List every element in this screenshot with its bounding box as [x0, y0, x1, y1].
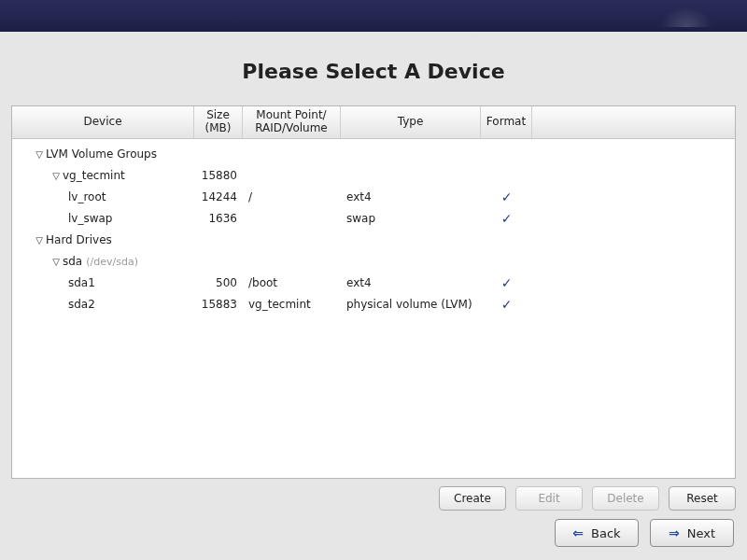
- page-title: Please Select A Device: [0, 32, 747, 105]
- back-button[interactable]: ⇐ Back: [555, 519, 639, 547]
- device-label: lv_swap: [68, 212, 112, 225]
- col-size[interactable]: Size (MB): [194, 106, 243, 138]
- size-cell: 15880: [194, 169, 243, 182]
- reset-button[interactable]: Reset: [669, 486, 736, 511]
- col-type[interactable]: Type: [341, 106, 481, 138]
- type-cell: ext4: [341, 276, 481, 289]
- device-label: vg_tecmint: [63, 169, 125, 182]
- mount-cell: vg_tecmint: [243, 298, 341, 311]
- action-buttons: Create Edit Delete Reset: [0, 479, 747, 511]
- device-label: sda1: [68, 276, 95, 289]
- col-mount[interactable]: Mount Point/ RAID/Volume: [243, 106, 341, 138]
- device-note: (/dev/sda): [86, 256, 138, 268]
- check-icon: ✓: [501, 211, 513, 226]
- mount-cell: /: [243, 190, 341, 203]
- col-device[interactable]: Device: [12, 106, 194, 138]
- edit-button: Edit: [515, 486, 583, 511]
- size-cell: 15883: [194, 298, 243, 311]
- check-icon: ✓: [501, 189, 513, 204]
- table-row[interactable]: ▽Hard Drives: [12, 229, 735, 250]
- arrow-right-icon: ⇒: [669, 525, 680, 540]
- arrow-left-icon: ⇐: [572, 525, 584, 540]
- table-row[interactable]: sda215883vg_tecmintphysical volume (LVM)…: [12, 293, 735, 315]
- table-row[interactable]: ▽sda(/dev/sda): [12, 250, 735, 272]
- format-cell: ✓: [481, 275, 532, 290]
- size-cell: 500: [194, 276, 243, 289]
- type-cell: physical volume (LVM): [341, 298, 481, 311]
- check-icon: ✓: [501, 297, 513, 312]
- device-label: sda2: [68, 298, 95, 311]
- next-button[interactable]: ⇒ Next: [650, 519, 734, 547]
- table-body[interactable]: ▽LVM Volume Groups▽vg_tecmint15880lv_roo…: [12, 139, 735, 478]
- window-titlebar: [0, 0, 747, 32]
- device-label: LVM Volume Groups: [46, 147, 157, 161]
- chevron-down-icon[interactable]: ▽: [35, 235, 44, 245]
- next-label: Next: [687, 526, 715, 540]
- chevron-down-icon[interactable]: ▽: [51, 171, 61, 181]
- back-label: Back: [591, 526, 621, 540]
- create-button[interactable]: Create: [439, 486, 506, 511]
- mount-cell: /boot: [243, 276, 341, 289]
- size-cell: 14244: [194, 190, 243, 203]
- table-row[interactable]: sda1500/bootext4✓: [12, 272, 735, 293]
- device-label: Hard Drives: [46, 233, 112, 246]
- device-label: lv_root: [68, 190, 106, 203]
- table-row[interactable]: lv_root14244/ext4✓: [12, 186, 735, 207]
- type-cell: swap: [341, 212, 481, 225]
- format-cell: ✓: [481, 211, 532, 226]
- nav-buttons: ⇐ Back ⇒ Next: [555, 519, 734, 547]
- device-panel: Device Size (MB) Mount Point/ RAID/Volum…: [11, 105, 736, 479]
- table-row[interactable]: lv_swap1636swap✓: [12, 207, 735, 229]
- delete-button: Delete: [592, 486, 659, 511]
- format-cell: ✓: [481, 297, 532, 312]
- format-cell: ✓: [481, 189, 532, 204]
- chevron-down-icon[interactable]: ▽: [51, 257, 61, 267]
- table-header: Device Size (MB) Mount Point/ RAID/Volum…: [12, 106, 735, 139]
- col-spacer: [532, 106, 735, 138]
- device-label: sda: [63, 255, 82, 268]
- table-row[interactable]: ▽LVM Volume Groups: [12, 143, 735, 164]
- check-icon: ✓: [501, 275, 513, 290]
- size-cell: 1636: [194, 212, 243, 225]
- table-row[interactable]: ▽vg_tecmint15880: [12, 164, 735, 186]
- type-cell: ext4: [341, 190, 481, 203]
- col-format[interactable]: Format: [481, 106, 532, 138]
- chevron-down-icon[interactable]: ▽: [35, 149, 44, 160]
